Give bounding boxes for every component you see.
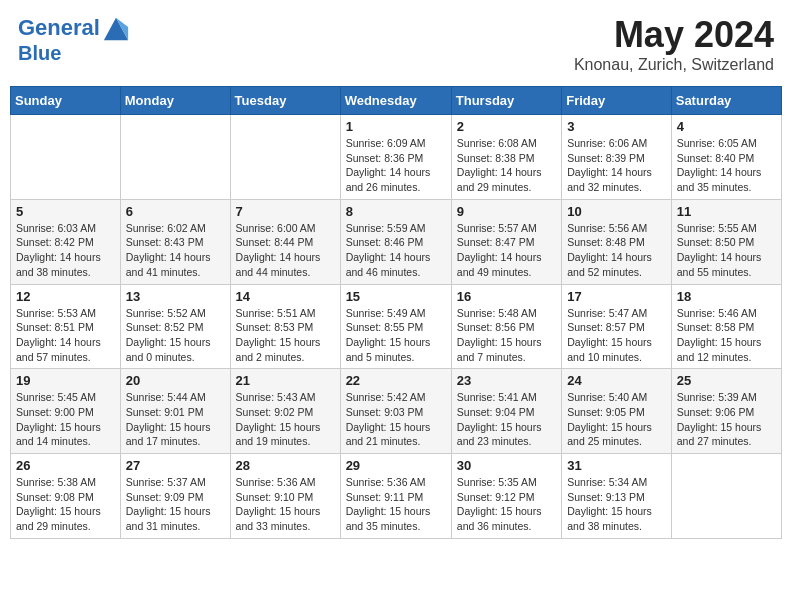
day-info: Sunrise: 5:45 AMSunset: 9:00 PMDaylight:… — [16, 390, 115, 449]
day-number: 22 — [346, 373, 446, 388]
day-info: Sunrise: 5:46 AMSunset: 8:58 PMDaylight:… — [677, 306, 776, 365]
calendar-cell: 11Sunrise: 5:55 AMSunset: 8:50 PMDayligh… — [671, 199, 781, 284]
calendar-cell — [671, 454, 781, 539]
day-number: 4 — [677, 119, 776, 134]
calendar-cell: 19Sunrise: 5:45 AMSunset: 9:00 PMDayligh… — [11, 369, 121, 454]
calendar-week-row: 12Sunrise: 5:53 AMSunset: 8:51 PMDayligh… — [11, 284, 782, 369]
day-info: Sunrise: 5:43 AMSunset: 9:02 PMDaylight:… — [236, 390, 335, 449]
day-info: Sunrise: 6:00 AMSunset: 8:44 PMDaylight:… — [236, 221, 335, 280]
main-title: May 2024 — [574, 14, 774, 56]
calendar-cell: 31Sunrise: 5:34 AMSunset: 9:13 PMDayligh… — [562, 454, 672, 539]
calendar-cell: 23Sunrise: 5:41 AMSunset: 9:04 PMDayligh… — [451, 369, 561, 454]
day-info: Sunrise: 5:40 AMSunset: 9:05 PMDaylight:… — [567, 390, 666, 449]
calendar-cell: 20Sunrise: 5:44 AMSunset: 9:01 PMDayligh… — [120, 369, 230, 454]
day-info: Sunrise: 5:47 AMSunset: 8:57 PMDaylight:… — [567, 306, 666, 365]
calendar-cell: 30Sunrise: 5:35 AMSunset: 9:12 PMDayligh… — [451, 454, 561, 539]
day-info: Sunrise: 5:42 AMSunset: 9:03 PMDaylight:… — [346, 390, 446, 449]
day-info: Sunrise: 5:59 AMSunset: 8:46 PMDaylight:… — [346, 221, 446, 280]
day-info: Sunrise: 5:34 AMSunset: 9:13 PMDaylight:… — [567, 475, 666, 534]
day-number: 15 — [346, 289, 446, 304]
day-info: Sunrise: 5:35 AMSunset: 9:12 PMDaylight:… — [457, 475, 556, 534]
day-number: 8 — [346, 204, 446, 219]
calendar-cell: 15Sunrise: 5:49 AMSunset: 8:55 PMDayligh… — [340, 284, 451, 369]
calendar-cell — [230, 115, 340, 200]
calendar-cell: 12Sunrise: 5:53 AMSunset: 8:51 PMDayligh… — [11, 284, 121, 369]
calendar-cell: 21Sunrise: 5:43 AMSunset: 9:02 PMDayligh… — [230, 369, 340, 454]
calendar-cell: 29Sunrise: 5:36 AMSunset: 9:11 PMDayligh… — [340, 454, 451, 539]
calendar-cell: 14Sunrise: 5:51 AMSunset: 8:53 PMDayligh… — [230, 284, 340, 369]
col-header-sunday: Sunday — [11, 87, 121, 115]
calendar-cell: 27Sunrise: 5:37 AMSunset: 9:09 PMDayligh… — [120, 454, 230, 539]
day-number: 16 — [457, 289, 556, 304]
day-info: Sunrise: 5:51 AMSunset: 8:53 PMDaylight:… — [236, 306, 335, 365]
day-info: Sunrise: 5:57 AMSunset: 8:47 PMDaylight:… — [457, 221, 556, 280]
calendar-week-row: 19Sunrise: 5:45 AMSunset: 9:00 PMDayligh… — [11, 369, 782, 454]
day-info: Sunrise: 5:37 AMSunset: 9:09 PMDaylight:… — [126, 475, 225, 534]
day-number: 10 — [567, 204, 666, 219]
logo-text: General — [18, 16, 100, 40]
logo-icon — [102, 14, 130, 42]
day-info: Sunrise: 5:36 AMSunset: 9:11 PMDaylight:… — [346, 475, 446, 534]
day-number: 6 — [126, 204, 225, 219]
calendar-cell: 2Sunrise: 6:08 AMSunset: 8:38 PMDaylight… — [451, 115, 561, 200]
day-info: Sunrise: 5:39 AMSunset: 9:06 PMDaylight:… — [677, 390, 776, 449]
calendar-cell: 18Sunrise: 5:46 AMSunset: 8:58 PMDayligh… — [671, 284, 781, 369]
day-number: 30 — [457, 458, 556, 473]
title-block: May 2024 Knonau, Zurich, Switzerland — [574, 14, 774, 74]
day-info: Sunrise: 5:53 AMSunset: 8:51 PMDaylight:… — [16, 306, 115, 365]
subtitle: Knonau, Zurich, Switzerland — [574, 56, 774, 74]
day-info: Sunrise: 5:52 AMSunset: 8:52 PMDaylight:… — [126, 306, 225, 365]
day-number: 11 — [677, 204, 776, 219]
day-number: 27 — [126, 458, 225, 473]
day-number: 25 — [677, 373, 776, 388]
calendar-cell: 28Sunrise: 5:36 AMSunset: 9:10 PMDayligh… — [230, 454, 340, 539]
day-info: Sunrise: 5:38 AMSunset: 9:08 PMDaylight:… — [16, 475, 115, 534]
col-header-wednesday: Wednesday — [340, 87, 451, 115]
day-number: 21 — [236, 373, 335, 388]
day-info: Sunrise: 6:08 AMSunset: 8:38 PMDaylight:… — [457, 136, 556, 195]
day-info: Sunrise: 6:09 AMSunset: 8:36 PMDaylight:… — [346, 136, 446, 195]
logo: General Blue — [18, 14, 130, 64]
page-header: General Blue May 2024 Knonau, Zurich, Sw… — [10, 10, 782, 78]
day-number: 2 — [457, 119, 556, 134]
calendar-week-row: 5Sunrise: 6:03 AMSunset: 8:42 PMDaylight… — [11, 199, 782, 284]
day-info: Sunrise: 5:36 AMSunset: 9:10 PMDaylight:… — [236, 475, 335, 534]
day-number: 20 — [126, 373, 225, 388]
calendar-cell: 26Sunrise: 5:38 AMSunset: 9:08 PMDayligh… — [11, 454, 121, 539]
day-number: 14 — [236, 289, 335, 304]
day-info: Sunrise: 6:03 AMSunset: 8:42 PMDaylight:… — [16, 221, 115, 280]
calendar-table: SundayMondayTuesdayWednesdayThursdayFrid… — [10, 86, 782, 539]
day-number: 12 — [16, 289, 115, 304]
day-info: Sunrise: 5:55 AMSunset: 8:50 PMDaylight:… — [677, 221, 776, 280]
calendar-cell: 4Sunrise: 6:05 AMSunset: 8:40 PMDaylight… — [671, 115, 781, 200]
calendar-cell: 5Sunrise: 6:03 AMSunset: 8:42 PMDaylight… — [11, 199, 121, 284]
calendar-cell: 1Sunrise: 6:09 AMSunset: 8:36 PMDaylight… — [340, 115, 451, 200]
calendar-cell: 8Sunrise: 5:59 AMSunset: 8:46 PMDaylight… — [340, 199, 451, 284]
day-info: Sunrise: 5:56 AMSunset: 8:48 PMDaylight:… — [567, 221, 666, 280]
calendar-cell: 10Sunrise: 5:56 AMSunset: 8:48 PMDayligh… — [562, 199, 672, 284]
day-number: 29 — [346, 458, 446, 473]
calendar-cell: 16Sunrise: 5:48 AMSunset: 8:56 PMDayligh… — [451, 284, 561, 369]
calendar-week-row: 26Sunrise: 5:38 AMSunset: 9:08 PMDayligh… — [11, 454, 782, 539]
col-header-thursday: Thursday — [451, 87, 561, 115]
calendar-cell: 25Sunrise: 5:39 AMSunset: 9:06 PMDayligh… — [671, 369, 781, 454]
day-info: Sunrise: 5:41 AMSunset: 9:04 PMDaylight:… — [457, 390, 556, 449]
day-number: 18 — [677, 289, 776, 304]
day-number: 24 — [567, 373, 666, 388]
calendar-cell — [120, 115, 230, 200]
calendar-cell: 6Sunrise: 6:02 AMSunset: 8:43 PMDaylight… — [120, 199, 230, 284]
day-number: 19 — [16, 373, 115, 388]
day-info: Sunrise: 5:49 AMSunset: 8:55 PMDaylight:… — [346, 306, 446, 365]
calendar-cell: 9Sunrise: 5:57 AMSunset: 8:47 PMDaylight… — [451, 199, 561, 284]
day-info: Sunrise: 6:05 AMSunset: 8:40 PMDaylight:… — [677, 136, 776, 195]
calendar-cell: 7Sunrise: 6:00 AMSunset: 8:44 PMDaylight… — [230, 199, 340, 284]
calendar-cell: 13Sunrise: 5:52 AMSunset: 8:52 PMDayligh… — [120, 284, 230, 369]
calendar-cell: 22Sunrise: 5:42 AMSunset: 9:03 PMDayligh… — [340, 369, 451, 454]
col-header-friday: Friday — [562, 87, 672, 115]
calendar-week-row: 1Sunrise: 6:09 AMSunset: 8:36 PMDaylight… — [11, 115, 782, 200]
calendar-cell: 3Sunrise: 6:06 AMSunset: 8:39 PMDaylight… — [562, 115, 672, 200]
day-number: 3 — [567, 119, 666, 134]
day-number: 13 — [126, 289, 225, 304]
day-number: 5 — [16, 204, 115, 219]
day-number: 9 — [457, 204, 556, 219]
